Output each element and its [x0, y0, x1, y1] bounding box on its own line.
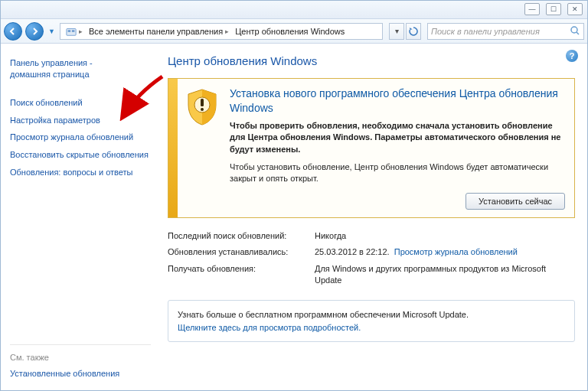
page-title: Центр обновления Windows	[168, 54, 575, 67]
titlebar: — ☐ ✕	[1, 1, 587, 19]
body-area: Панель управления - домашняя страница По…	[1, 44, 587, 390]
info-value: 25.03.2012 в 22:12. Просмотр журнала обн…	[315, 246, 575, 258]
svg-rect-2	[72, 30, 75, 32]
maximize-button[interactable]: ☐	[546, 3, 561, 15]
info-value: Никогда	[315, 230, 575, 242]
view-history-link[interactable]: Просмотр журнала обновлений	[394, 247, 518, 256]
arrow-right-icon	[31, 28, 38, 35]
alert-bold-text: Чтобы проверить обновления, необходимо с…	[230, 120, 565, 155]
alert-box: Установка нового программного обеспечени…	[168, 78, 575, 218]
search-icon	[570, 25, 580, 37]
minimize-button[interactable]: —	[524, 3, 540, 15]
navbar: ▼ ▸ Все элементы панели управления▸ Цент…	[1, 19, 587, 44]
breadcrumb-segment[interactable]: Центр обновления Windows	[235, 27, 345, 36]
sidebar-link-settings[interactable]: Настройка параметров	[10, 115, 151, 126]
sidebar-link-history[interactable]: Просмотр журнала обновлений	[10, 132, 151, 143]
ms-update-details-link[interactable]: Щелкните здесь для просмотра подробносте…	[178, 321, 565, 334]
info-value: Для Windows и других программных продукт…	[315, 263, 575, 287]
refresh-icon	[409, 27, 418, 36]
search-placeholder: Поиск в панели управления	[431, 27, 540, 36]
ms-update-text: Узнать больше о бесплатном программном о…	[178, 308, 565, 321]
sidebar: Панель управления - домашняя страница По…	[1, 44, 155, 390]
install-now-button[interactable]: Установить сейчас	[466, 193, 565, 210]
alert-plain-text: Чтобы установить обновление, Центр обнов…	[230, 161, 565, 185]
window-frame: — ☐ ✕ ▼ ▸ Все элементы панели управления…	[0, 0, 588, 391]
svg-rect-1	[68, 30, 71, 32]
sidebar-home-link[interactable]: Панель управления - домашняя страница	[10, 57, 151, 80]
back-button[interactable]	[4, 22, 22, 41]
info-label: Получать обновления:	[168, 263, 315, 287]
search-input[interactable]: Поиск в панели управления	[427, 23, 584, 40]
window-controls: — ☐ ✕	[524, 3, 583, 15]
sidebar-link-installed-updates[interactable]: Установленные обновления	[10, 368, 151, 380]
breadcrumb[interactable]: ▸ Все элементы панели управления▸ Центр …	[60, 23, 383, 40]
sidebar-link-restore-hidden[interactable]: Восстановить скрытые обновления	[10, 149, 151, 161]
sidebar-link-faq[interactable]: Обновления: вопросы и ответы	[10, 167, 151, 178]
svg-rect-6	[201, 99, 204, 106]
refresh-button[interactable]	[406, 23, 421, 40]
see-also-label: См. также	[10, 353, 151, 362]
forward-button[interactable]	[25, 22, 44, 41]
info-label: Последний поиск обновлений:	[168, 230, 315, 242]
breadcrumb-segment[interactable]: Все элементы панели управления	[89, 27, 223, 36]
svg-point-3	[571, 27, 577, 33]
breadcrumb-dropdown[interactable]: ▾	[389, 23, 404, 40]
alert-title: Установка нового программного обеспечени…	[230, 86, 565, 116]
main-content: ? Центр обновления Windows Установка нов…	[155, 44, 587, 390]
close-button[interactable]: ✕	[567, 3, 583, 15]
svg-point-7	[201, 108, 204, 111]
arrow-left-icon	[9, 28, 17, 35]
alert-stripe	[168, 79, 178, 217]
info-rows: Последний поиск обновлений: Никогда Обно…	[168, 230, 575, 287]
sidebar-link-search-updates[interactable]: Поиск обновлений	[10, 97, 151, 109]
shield-icon	[185, 88, 219, 126]
svg-line-4	[577, 32, 579, 34]
ms-update-box: Узнать больше о бесплатном программном о…	[168, 300, 575, 342]
help-icon[interactable]: ?	[566, 50, 578, 62]
info-label: Обновления устанавливались:	[168, 246, 315, 258]
chevron-down-icon[interactable]: ▼	[48, 28, 55, 35]
control-panel-icon	[66, 26, 77, 37]
